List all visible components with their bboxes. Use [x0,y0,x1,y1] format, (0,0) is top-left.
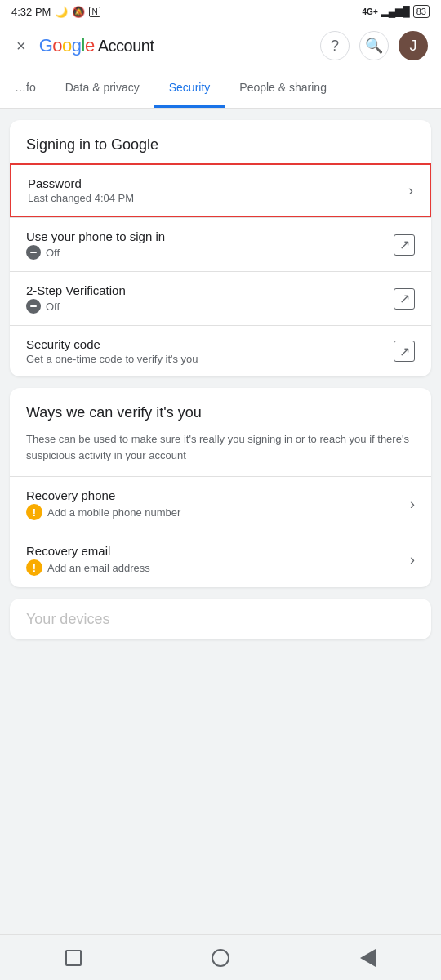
recovery-phone-sub: ! Add a mobile phone number [26,504,410,520]
recovery-phone-item[interactable]: Recovery phone ! Add a mobile phone numb… [10,476,431,532]
tab-security[interactable]: Security [154,69,225,108]
recent-apps-button[interactable] [56,940,91,976]
help-icon: ? [331,38,339,55]
recovery-phone-text: Recovery phone ! Add a mobile phone numb… [26,488,410,520]
mute-icon: 🔕 [72,6,85,18]
phone-signin-external-icon: ↗ [394,234,415,256]
phone-signin-item[interactable]: Use your phone to sign in Off ↗ [10,217,431,271]
logo-o2: o [62,35,72,56]
nfc-icon: N [89,7,100,17]
status-left: 4:32 PM 🌙 🔕 N [11,6,100,18]
security-code-label: Security code [26,337,394,351]
network-label: 4G+ [363,7,378,16]
tab-info-label: …fo [15,81,36,94]
recovery-email-item[interactable]: Recovery email ! Add an email address › [10,532,431,587]
recovery-phone-label: Recovery phone [26,488,410,502]
phone-signin-status-dot [26,245,41,260]
avatar[interactable]: J [399,31,428,60]
security-code-text: Security code Get a one-time code to ver… [26,337,394,365]
avatar-letter: J [410,38,417,55]
security-code-item[interactable]: Security code Get a one-time code to ver… [10,325,431,376]
tab-info[interactable]: …fo [0,69,51,108]
account-text: Account [98,37,154,56]
app-header: × Google Account ? 🔍 J [0,23,441,69]
security-code-sub: Get a one-time code to verify it's you [26,353,394,365]
recovery-phone-warning-icon: ! [26,504,42,520]
password-sub: Last changed 4:04 PM [28,192,408,204]
moon-icon: 🌙 [55,6,68,18]
two-step-label: 2-Step Verification [26,283,394,297]
google-logo: Google Account [39,35,154,56]
back-button[interactable] [350,940,385,976]
tab-security-label: Security [169,81,211,94]
two-step-sub: Off [26,299,394,314]
tab-bar: …fo Data & privacy Security People & sha… [0,69,441,109]
logo-g: G [39,35,53,56]
password-item[interactable]: Password Last changed 4:04 PM › [10,163,431,217]
recovery-email-text: Recovery email ! Add an email address [26,544,410,576]
logo-e: e [85,35,95,56]
your-devices-card: Your devices [10,599,431,639]
your-devices-title: Your devices [26,611,109,628]
home-icon [212,949,229,967]
two-step-status-dot [26,299,41,314]
verify-title: Ways we can verify it's you [10,388,431,431]
bottom-nav [0,934,441,980]
recovery-email-chevron-icon: › [410,551,415,568]
help-button[interactable]: ? [320,31,350,60]
password-label: Password [28,176,408,190]
signal-icon: ▂▄▆█ [381,6,410,17]
two-step-text: 2-Step Verification Off [26,283,394,314]
security-code-external-icon: ↗ [394,341,415,362]
recovery-email-sub: ! Add an email address [26,559,410,576]
recovery-email-label: Recovery email [26,544,410,558]
tab-people-sharing[interactable]: People & sharing [225,69,341,108]
logo-o1: o [52,35,62,56]
back-icon [360,949,376,967]
signing-in-card: Signing in to Google Password Last chang… [10,120,431,376]
recent-apps-icon [65,950,82,966]
two-step-external-icon: ↗ [394,288,415,310]
battery-indicator: 83 [413,5,430,18]
tab-data-privacy-label: Data & privacy [65,81,140,94]
phone-signin-label: Use your phone to sign in [26,229,394,243]
close-button[interactable]: × [13,33,29,59]
phone-signin-text: Use your phone to sign in Off [26,229,394,260]
recovery-phone-chevron-icon: › [410,496,415,513]
status-bar: 4:32 PM 🌙 🔕 N 4G+ ▂▄▆█ 83 [0,0,441,23]
verify-card: Ways we can verify it's you These can be… [10,388,431,587]
search-icon: 🔍 [365,37,383,55]
tab-people-sharing-label: People & sharing [239,81,327,94]
two-step-item[interactable]: 2-Step Verification Off ↗ [10,271,431,325]
phone-signin-sub: Off [26,245,394,260]
recovery-email-warning-icon: ! [26,559,42,576]
logo-g2: g [72,35,82,56]
main-content: Signing in to Google Password Last chang… [0,109,441,719]
password-chevron-icon: › [408,182,413,199]
password-text: Password Last changed 4:04 PM [28,176,408,204]
search-button[interactable]: 🔍 [359,31,389,60]
time: 4:32 PM [11,6,51,18]
verify-desc: These can be used to make sure it's real… [10,431,431,476]
home-button[interactable] [203,940,238,976]
tab-data-privacy[interactable]: Data & privacy [51,69,154,108]
battery-level: 83 [416,7,426,16]
signing-in-title: Signing in to Google [10,120,431,163]
status-right: 4G+ ▂▄▆█ 83 [363,5,430,18]
